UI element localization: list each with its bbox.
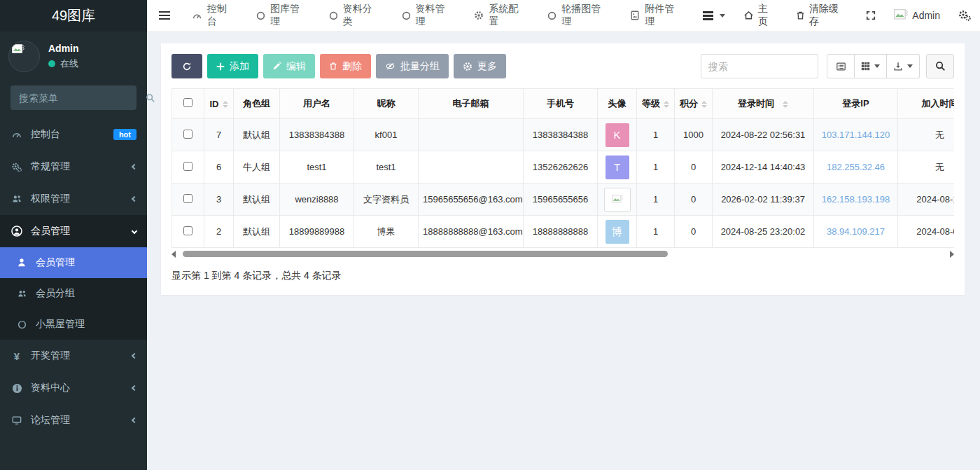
member-table: ID 角色组 用户名 昵称 电子邮箱 手机号 头像 等级 积分 登录时间 登录I… xyxy=(172,88,954,248)
add-button[interactable]: 添加 xyxy=(207,54,258,78)
chevron-left-icon xyxy=(132,417,137,423)
col-group-header: 角色组 xyxy=(234,89,280,119)
table-search-input[interactable] xyxy=(701,54,818,78)
col-loginip-header: 登录IP xyxy=(814,89,898,119)
refresh-button[interactable] xyxy=(172,54,202,78)
member-table-wrap: ID 角色组 用户名 昵称 电子邮箱 手机号 头像 等级 积分 登录时间 登录I… xyxy=(172,88,954,248)
list-icon xyxy=(703,11,713,20)
eye-slash-icon xyxy=(385,62,396,71)
nav-list-dropdown[interactable] xyxy=(694,0,734,32)
header-row: ID 角色组 用户名 昵称 电子邮箱 手机号 头像 等级 积分 登录时间 登录I… xyxy=(172,89,955,119)
cogs-icon xyxy=(958,10,971,21)
trash-icon xyxy=(329,62,337,71)
table-search-area xyxy=(701,54,954,78)
tab-system-config[interactable]: 系统配置 xyxy=(464,0,538,32)
col-level-header[interactable]: 等级 xyxy=(637,89,675,119)
detail-view-button[interactable] xyxy=(827,54,855,78)
sidebar-item-lottery[interactable]: ¥ 开奖管理 xyxy=(0,340,147,372)
sidebar-group-member: 会员管理 会员管理 会员分组 小黑屋管理 xyxy=(0,215,147,340)
export-button[interactable] xyxy=(887,54,920,78)
file-image-icon xyxy=(630,11,640,20)
delete-button[interactable]: 删除 xyxy=(320,54,371,78)
col-points-header[interactable]: 积分 xyxy=(675,89,713,119)
sidebar-item-member[interactable]: 会员管理 xyxy=(0,215,147,247)
table-row[interactable]: 7 默认组 13838384388 kf001 13838384388 K 1 … xyxy=(172,119,955,151)
view-button-group xyxy=(827,54,920,78)
search-icon xyxy=(935,61,946,71)
circle-icon xyxy=(15,320,28,329)
ip-link[interactable]: 38.94.109.217 xyxy=(827,226,885,237)
col-logintime-header[interactable]: 登录时间 xyxy=(713,89,814,119)
tab-data-category[interactable]: 资料分类 xyxy=(319,0,392,32)
main-area: 控制台 图库管理 资料分类 资料管理 系统配置 轮播图管理 附件管理 xyxy=(147,0,980,470)
tab-carousel[interactable]: 轮播图管理 xyxy=(538,0,620,32)
sidebar-item-datacenter[interactable]: 资料中心 xyxy=(0,372,147,404)
row-checkbox[interactable] xyxy=(183,162,192,171)
content-area: 添加 编辑 删除 批量分组 更多 xyxy=(147,32,980,470)
sort-icon xyxy=(664,101,669,108)
table-row[interactable]: 6 牛人组 test1 test1 13526262626 T 1 0 2024… xyxy=(172,151,955,184)
caret-down-icon xyxy=(907,64,913,68)
col-id-header[interactable]: ID xyxy=(204,89,234,119)
sort-icon xyxy=(783,101,788,108)
pencil-icon xyxy=(272,62,281,71)
col-nickname-header: 昵称 xyxy=(354,89,419,119)
columns-button[interactable] xyxy=(855,54,887,78)
chevron-left-icon xyxy=(132,164,137,170)
ip-link[interactable]: 103.171.144.120 xyxy=(822,130,890,140)
fullscreen-button[interactable] xyxy=(857,0,885,32)
more-button[interactable]: 更多 xyxy=(454,54,506,78)
sidebar-subitem-member-group[interactable]: 会员分组 xyxy=(0,278,147,309)
broken-image-icon xyxy=(12,44,24,55)
sidebar-item-auth[interactable]: 权限管理 xyxy=(0,183,147,215)
home-button[interactable]: 主页 xyxy=(734,0,787,32)
row-checkbox[interactable] xyxy=(183,194,192,203)
clear-cache-button[interactable]: 清除缓存 xyxy=(787,0,858,32)
tab-data-manage[interactable]: 资料管理 xyxy=(392,0,465,32)
ip-link[interactable]: 162.158.193.198 xyxy=(822,194,890,205)
letter-avatar: K xyxy=(606,123,629,147)
horizontal-scrollbar[interactable] xyxy=(172,249,954,259)
sidebar-subitem-member-manage[interactable]: 会员管理 xyxy=(0,247,147,278)
brand-title[interactable]: 49图库 xyxy=(0,0,147,32)
caret-down-icon xyxy=(874,64,880,68)
refresh-icon xyxy=(182,62,192,71)
edit-button[interactable]: 编辑 xyxy=(263,54,315,78)
hamburger-icon[interactable] xyxy=(147,11,182,20)
desktop-icon xyxy=(10,415,23,425)
settings-button[interactable] xyxy=(949,0,980,32)
tab-attachments[interactable]: 附件管理 xyxy=(620,0,694,32)
table-row[interactable]: 2 默认组 18899889988 博果 18888888888@163.com… xyxy=(172,216,955,248)
sidebar-subitem-blackroom[interactable]: 小黑屋管理 xyxy=(0,309,147,340)
avatar xyxy=(8,41,40,72)
select-all-checkbox[interactable] xyxy=(183,98,192,107)
tab-gallery[interactable]: 图库管理 xyxy=(246,0,319,32)
info-circle-icon xyxy=(10,383,23,394)
gear-icon xyxy=(463,62,472,71)
table-row[interactable]: 3 默认组 wenzi8888 文字资料员 15965655656@163.co… xyxy=(172,184,955,216)
ip-link[interactable]: 182.255.32.46 xyxy=(827,162,885,172)
scroll-left-icon[interactable] xyxy=(172,251,176,258)
tab-dashboard[interactable]: 控制台 xyxy=(182,0,246,32)
table-panel: 添加 编辑 删除 批量分组 更多 xyxy=(161,43,965,295)
user-icon xyxy=(15,258,28,268)
export-icon xyxy=(893,62,903,71)
caret-down-icon xyxy=(720,14,725,18)
row-checkbox[interactable] xyxy=(183,226,192,235)
search-submit-button[interactable] xyxy=(926,54,954,78)
col-jointime-header: 加入时间 xyxy=(898,89,955,119)
scrollbar-thumb[interactable] xyxy=(183,251,668,257)
sidebar-item-forum[interactable]: 论坛管理 xyxy=(0,404,147,436)
batch-group-button[interactable]: 批量分组 xyxy=(376,54,449,78)
th-grid-icon xyxy=(861,62,870,71)
scroll-right-icon[interactable] xyxy=(950,251,954,258)
sidebar-search-input[interactable] xyxy=(19,92,146,104)
col-avatar-header: 头像 xyxy=(598,89,637,119)
row-checkbox[interactable] xyxy=(183,130,192,139)
user-panel: Admin 在线 xyxy=(0,32,147,79)
sidebar-item-general[interactable]: 常规管理 xyxy=(0,151,147,183)
chevron-down-icon xyxy=(132,228,137,234)
sidebar-item-dashboard[interactable]: 控制台 hot xyxy=(0,118,147,151)
user-name: Admin xyxy=(48,43,79,54)
admin-menu[interactable]: Admin xyxy=(885,0,949,32)
